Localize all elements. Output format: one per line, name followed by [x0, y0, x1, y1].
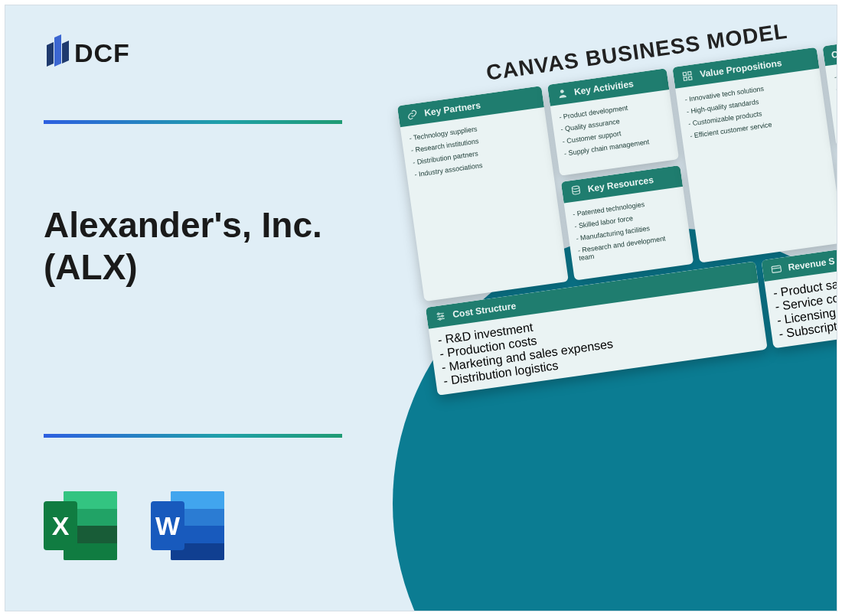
card-revenue-streams: Revenue S - Product sales - Service cont… [761, 240, 837, 348]
excel-icon: X [44, 487, 120, 564]
svg-point-1 [572, 186, 579, 190]
marketing-card: DCF Alexander's, Inc. (ALX) X W CANVAS B… [5, 5, 837, 611]
svg-point-10 [442, 315, 444, 318]
divider-bottom [44, 434, 342, 438]
grid-icon [681, 69, 695, 83]
link-icon [406, 108, 419, 122]
svg-rect-4 [684, 77, 688, 81]
card-key-partners: Key Partners - Technology suppliers - Re… [397, 86, 569, 301]
card-key-resources: Key Resources - Patented technologies - … [560, 165, 694, 281]
page-title: Alexander's, Inc. (ALX) [44, 204, 380, 288]
svg-rect-3 [688, 71, 692, 75]
svg-rect-2 [684, 72, 687, 76]
svg-point-11 [439, 318, 442, 321]
card-key-activities: Key Activities - Product development - Q… [547, 68, 679, 176]
brand-name: DCF [74, 38, 130, 68]
divider-top [44, 120, 342, 124]
brand-logo: DCF [44, 36, 130, 70]
card-icon [769, 262, 783, 276]
canvas-document: CANVAS BUSINESS MODEL Key Partners - Tec… [393, 6, 837, 396]
svg-point-0 [560, 90, 563, 93]
word-icon: W [151, 487, 227, 564]
app-badges: X W [44, 487, 227, 564]
logo-bars-icon [44, 36, 70, 70]
svg-line-13 [772, 268, 781, 269]
svg-rect-5 [689, 77, 693, 80]
card-value-propositions: Value Propositions - Innovative tech sol… [673, 47, 837, 263]
sliders-icon [434, 309, 448, 323]
person-icon [555, 86, 569, 100]
database-icon [569, 184, 583, 197]
svg-point-9 [438, 313, 440, 315]
